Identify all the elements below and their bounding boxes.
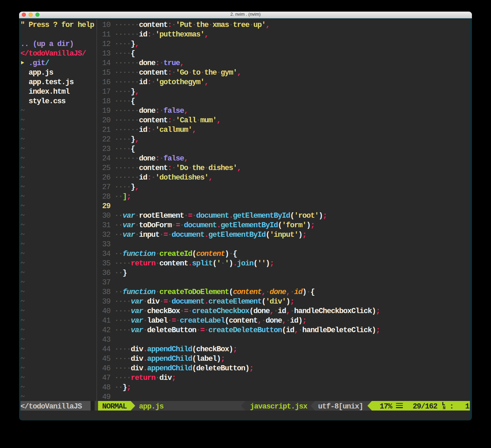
svg-text:N: N xyxy=(443,405,446,411)
